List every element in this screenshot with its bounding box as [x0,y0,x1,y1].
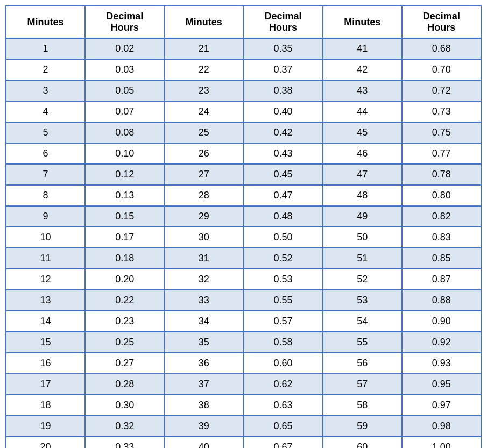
cell-min1: 6 [6,143,85,164]
table-row: 190.32390.65590.98 [6,416,481,437]
cell-min1: 11 [6,248,85,269]
cell-min1: 19 [6,416,85,437]
header-decimal-1: DecimalHours [85,6,164,38]
table-row: 110.18310.52510.85 [6,248,481,269]
cell-dec1: 0.17 [85,227,164,248]
cell-dec1: 0.25 [85,332,164,353]
table-row: 150.25350.58550.92 [6,332,481,353]
table-row: 30.05230.38430.72 [6,80,481,101]
header-decimal-2: DecimalHours [243,6,322,38]
table-row: 160.27360.60560.93 [6,353,481,374]
cell-dec3: 1.00 [402,437,481,448]
table-row: 10.02210.35410.68 [6,38,481,59]
cell-min2: 35 [164,332,243,353]
cell-min3: 44 [323,101,402,122]
cell-min2: 37 [164,374,243,395]
cell-dec3: 0.92 [402,332,481,353]
cell-dec3: 0.90 [402,311,481,332]
cell-dec3: 0.82 [402,206,481,227]
cell-dec3: 0.78 [402,164,481,185]
cell-min3: 48 [323,185,402,206]
cell-dec2: 0.38 [243,80,322,101]
table-row: 130.22330.55530.88 [6,290,481,311]
cell-min3: 42 [323,59,402,80]
cell-min2: 29 [164,206,243,227]
cell-dec3: 0.98 [402,416,481,437]
header-row: Minutes DecimalHours Minutes DecimalHour… [6,6,481,38]
cell-dec1: 0.28 [85,374,164,395]
cell-dec2: 0.43 [243,143,322,164]
cell-min3: 54 [323,311,402,332]
cell-min1: 17 [6,374,85,395]
table-row: 50.08250.42450.75 [6,122,481,143]
cell-dec3: 0.77 [402,143,481,164]
header-minutes-2: Minutes [164,6,243,38]
table-row: 100.17300.50500.83 [6,227,481,248]
cell-min2: 38 [164,395,243,416]
cell-dec3: 0.68 [402,38,481,59]
cell-min3: 51 [323,248,402,269]
cell-min1: 5 [6,122,85,143]
cell-dec2: 0.52 [243,248,322,269]
cell-min2: 27 [164,164,243,185]
cell-dec3: 0.80 [402,185,481,206]
cell-min1: 15 [6,332,85,353]
cell-dec2: 0.55 [243,290,322,311]
cell-min1: 14 [6,311,85,332]
cell-dec2: 0.60 [243,353,322,374]
header-decimal-3: DecimalHours [402,6,481,38]
cell-dec2: 0.58 [243,332,322,353]
cell-dec3: 0.87 [402,269,481,290]
cell-dec1: 0.05 [85,80,164,101]
table-row: 180.30380.63580.97 [6,395,481,416]
table-row: 60.10260.43460.77 [6,143,481,164]
cell-min2: 26 [164,143,243,164]
cell-min3: 56 [323,353,402,374]
cell-dec1: 0.22 [85,290,164,311]
cell-dec2: 0.47 [243,185,322,206]
cell-dec2: 0.65 [243,416,322,437]
cell-dec1: 0.10 [85,143,164,164]
cell-dec2: 0.42 [243,122,322,143]
conversion-table: Minutes DecimalHours Minutes DecimalHour… [5,5,482,448]
cell-dec3: 0.97 [402,395,481,416]
table-row: 200.33400.67601.00 [6,437,481,448]
cell-min1: 9 [6,206,85,227]
cell-min3: 49 [323,206,402,227]
cell-dec1: 0.08 [85,122,164,143]
cell-min1: 7 [6,164,85,185]
cell-dec2: 0.45 [243,164,322,185]
cell-dec1: 0.02 [85,38,164,59]
cell-min1: 1 [6,38,85,59]
cell-dec3: 0.88 [402,290,481,311]
cell-min3: 47 [323,164,402,185]
cell-min2: 32 [164,269,243,290]
cell-dec2: 0.63 [243,395,322,416]
cell-min3: 43 [323,80,402,101]
cell-min2: 21 [164,38,243,59]
cell-min1: 3 [6,80,85,101]
cell-dec1: 0.13 [85,185,164,206]
cell-dec3: 0.70 [402,59,481,80]
cell-min3: 60 [323,437,402,448]
cell-min2: 22 [164,59,243,80]
cell-min1: 20 [6,437,85,448]
cell-min1: 10 [6,227,85,248]
cell-dec1: 0.30 [85,395,164,416]
cell-dec1: 0.33 [85,437,164,448]
cell-dec3: 0.85 [402,248,481,269]
cell-min3: 57 [323,374,402,395]
cell-dec3: 0.83 [402,227,481,248]
cell-min1: 16 [6,353,85,374]
table-row: 80.13280.47480.80 [6,185,481,206]
header-minutes-1: Minutes [6,6,85,38]
cell-dec2: 0.48 [243,206,322,227]
cell-dec2: 0.62 [243,374,322,395]
table-row: 20.03220.37420.70 [6,59,481,80]
cell-min2: 33 [164,290,243,311]
header-minutes-3: Minutes [323,6,402,38]
cell-dec2: 0.57 [243,311,322,332]
cell-dec1: 0.03 [85,59,164,80]
cell-min3: 52 [323,269,402,290]
cell-dec3: 0.95 [402,374,481,395]
